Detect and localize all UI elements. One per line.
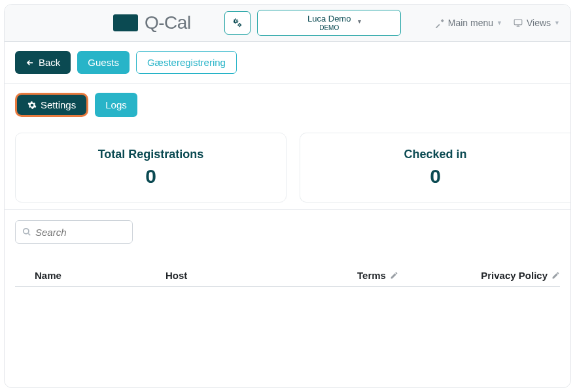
tenant-name: Luca Demo — [307, 14, 351, 24]
checked-in-card: Checked in 0 — [300, 133, 570, 203]
col-privacy-header[interactable]: Privacy Policy — [475, 270, 560, 281]
tenant-sub: DEMO — [319, 24, 339, 32]
logs-tab[interactable]: Logs — [95, 93, 137, 117]
back-label: Back — [39, 57, 60, 68]
svg-point-3 — [24, 229, 29, 234]
stat-value: 0 — [26, 165, 275, 188]
app-window: Q-Cal Luca Demo DEMO ▾ — [4, 4, 571, 388]
settings-tab[interactable]: Settings — [15, 93, 88, 117]
col-name-header: Name — [15, 270, 166, 281]
gear-icon — [27, 101, 37, 110]
settings-gear-button[interactable] — [224, 11, 251, 35]
col-terms-header[interactable]: Terms — [357, 270, 475, 281]
svg-point-0 — [235, 20, 237, 22]
col-host-header: Host — [166, 270, 357, 281]
main-menu-label: Main menu — [448, 18, 493, 28]
svg-rect-2 — [514, 20, 522, 25]
top-center: Luca Demo DEMO ▾ — [224, 10, 401, 36]
brand-text: Q-Cal — [145, 12, 191, 33]
search-icon — [22, 227, 31, 237]
arrow-left-icon — [26, 58, 35, 67]
brand: Q-Cal — [113, 12, 191, 33]
pencil-icon — [551, 271, 560, 280]
pencil-icon — [390, 271, 398, 280]
wrench-icon — [435, 18, 445, 28]
tabs-row: Settings Logs — [5, 84, 570, 126]
terms-label: Terms — [357, 270, 386, 281]
logs-label: Logs — [105, 99, 127, 110]
caret-down-icon: ▼ — [497, 20, 502, 26]
stat-value: 0 — [311, 165, 560, 188]
stat-title: Total Registrations — [26, 148, 275, 161]
table-header: Name Host Terms Privacy Policy — [15, 270, 560, 287]
svg-point-1 — [239, 24, 241, 26]
views-dropdown[interactable]: Views ▼ — [513, 18, 560, 28]
views-label: Views — [527, 18, 551, 28]
caret-down-icon: ▾ — [358, 18, 361, 25]
main-menu-dropdown[interactable]: Main menu ▼ — [435, 18, 502, 28]
back-button[interactable]: Back — [15, 51, 71, 74]
caret-down-icon: ▼ — [554, 20, 560, 26]
gears-icon — [232, 18, 243, 28]
privacy-label: Privacy Policy — [481, 270, 548, 281]
guest-reg-label: Gæsteregistrering — [147, 57, 226, 68]
stats-row: Total Registrations 0 Checked in 0 — [5, 126, 570, 210]
total-registrations-card: Total Registrations 0 — [15, 133, 287, 203]
top-right: Main menu ▼ Views ▼ — [435, 18, 560, 28]
search-box[interactable] — [15, 220, 133, 244]
topbar: Q-Cal Luca Demo DEMO ▾ — [5, 5, 570, 42]
brand-logo — [113, 14, 138, 31]
tenant-dropdown[interactable]: Luca Demo DEMO ▾ — [257, 10, 401, 36]
table-area: Name Host Terms Privacy Policy — [5, 210, 570, 297]
search-input[interactable] — [35, 227, 126, 238]
stat-title: Checked in — [311, 148, 560, 161]
settings-label: Settings — [41, 99, 76, 110]
guest-registration-button[interactable]: Gæsteregistrering — [136, 51, 237, 74]
guests-button[interactable]: Guests — [77, 51, 130, 74]
monitor-icon — [513, 18, 523, 27]
guests-label: Guests — [88, 57, 119, 68]
breadcrumb-row: Back Guests Gæsteregistrering — [5, 42, 570, 84]
